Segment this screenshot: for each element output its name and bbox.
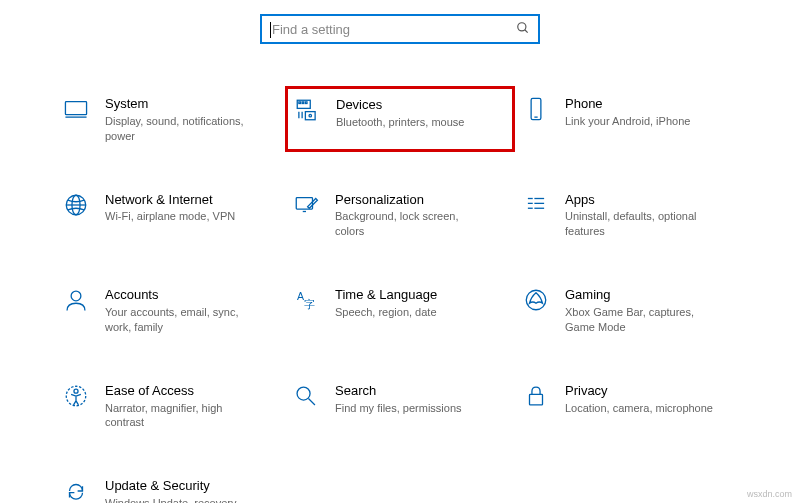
tile-title: Devices [336, 97, 464, 114]
tile-system[interactable]: System Display, sound, notifications, po… [55, 86, 285, 152]
svg-rect-2 [65, 102, 86, 115]
update-icon [61, 476, 91, 503]
tile-desc: Bluetooth, printers, mouse [336, 115, 464, 130]
tile-title: Accounts [105, 287, 260, 304]
tile-title: Gaming [565, 287, 720, 304]
svg-point-9 [309, 114, 311, 116]
apps-icon [521, 190, 551, 220]
svg-rect-5 [299, 102, 301, 104]
tile-desc: Uninstall, defaults, optional features [565, 209, 720, 239]
tile-devices[interactable]: Devices Bluetooth, printers, mouse [285, 86, 515, 152]
tile-desc: Windows Update, recovery, backup [105, 496, 260, 503]
tile-desc: Narrator, magnifier, high contrast [105, 401, 260, 431]
search-input[interactable] [270, 21, 516, 38]
gaming-icon [521, 285, 551, 315]
devices-icon [292, 95, 322, 125]
svg-point-25 [71, 291, 81, 301]
tile-phone[interactable]: Phone Link your Android, iPhone [515, 86, 745, 152]
tile-desc: Find my files, permissions [335, 401, 462, 416]
tile-title: Search [335, 383, 462, 400]
tile-update-security[interactable]: Update & Security Windows Update, recove… [55, 468, 285, 503]
svg-rect-33 [530, 394, 543, 405]
svg-rect-6 [302, 102, 304, 104]
tile-desc: Speech, region, date [335, 305, 437, 320]
brush-icon [291, 190, 321, 220]
ease-icon [61, 381, 91, 411]
phone-icon [521, 94, 551, 124]
language-icon: A字 [291, 285, 321, 315]
svg-rect-8 [305, 112, 315, 120]
svg-line-1 [525, 29, 528, 32]
tile-time-language[interactable]: A字 Time & Language Speech, region, date [285, 277, 515, 343]
tile-title: System [105, 96, 260, 113]
tile-title: Time & Language [335, 287, 437, 304]
tile-ease-of-access[interactable]: Ease of Access Narrator, magnifier, high… [55, 373, 285, 439]
tile-desc: Wi-Fi, airplane mode, VPN [105, 209, 235, 224]
search-icon [516, 21, 530, 38]
tile-title: Personalization [335, 192, 490, 209]
tile-title: Phone [565, 96, 690, 113]
tile-desc: Display, sound, notifications, power [105, 114, 260, 144]
tile-title: Update & Security [105, 478, 260, 495]
search-box[interactable] [260, 14, 540, 44]
tile-title: Privacy [565, 383, 713, 400]
svg-point-0 [518, 22, 526, 30]
svg-point-30 [74, 389, 78, 393]
tile-personalization[interactable]: Personalization Background, lock screen,… [285, 182, 515, 248]
tile-privacy[interactable]: Privacy Location, camera, microphone [515, 373, 745, 439]
tile-apps[interactable]: Apps Uninstall, defaults, optional featu… [515, 182, 745, 248]
tile-network[interactable]: Network & Internet Wi-Fi, airplane mode,… [55, 182, 285, 248]
search-category-icon [291, 381, 321, 411]
tile-desc: Link your Android, iPhone [565, 114, 690, 129]
system-icon [61, 94, 91, 124]
svg-line-32 [308, 398, 315, 405]
svg-rect-7 [305, 102, 307, 104]
svg-rect-12 [531, 98, 541, 119]
svg-point-31 [297, 387, 310, 400]
globe-icon [61, 190, 91, 220]
watermark: wsxdn.com [747, 489, 792, 499]
tile-title: Apps [565, 192, 720, 209]
tile-title: Network & Internet [105, 192, 235, 209]
tile-gaming[interactable]: Gaming Xbox Game Bar, captures, Game Mod… [515, 277, 745, 343]
tile-desc: Xbox Game Bar, captures, Game Mode [565, 305, 720, 335]
tile-desc: Background, lock screen, colors [335, 209, 490, 239]
person-icon [61, 285, 91, 315]
tile-desc: Location, camera, microphone [565, 401, 713, 416]
svg-text:字: 字 [304, 298, 315, 310]
tile-title: Ease of Access [105, 383, 260, 400]
settings-grid: System Display, sound, notifications, po… [0, 86, 800, 503]
tile-accounts[interactable]: Accounts Your accounts, email, sync, wor… [55, 277, 285, 343]
tile-search[interactable]: Search Find my files, permissions [285, 373, 515, 439]
lock-icon [521, 381, 551, 411]
text-cursor [270, 22, 271, 38]
tile-desc: Your accounts, email, sync, work, family [105, 305, 260, 335]
